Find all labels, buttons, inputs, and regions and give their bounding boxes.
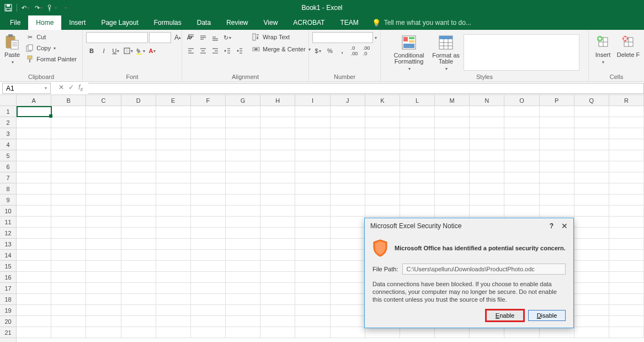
cell[interactable] — [331, 327, 365, 338]
cell[interactable] — [17, 139, 51, 150]
cell[interactable] — [121, 117, 156, 128]
undo-icon[interactable]: ↶▾ — [20, 3, 30, 13]
cell[interactable] — [260, 128, 295, 139]
cell[interactable] — [260, 327, 295, 338]
cell[interactable] — [609, 183, 644, 194]
touch-icon[interactable]: ▾ — [47, 3, 57, 13]
delete-button[interactable]: Delete F — [616, 32, 641, 58]
cell[interactable] — [260, 272, 295, 283]
cell[interactable] — [86, 217, 121, 228]
cell[interactable] — [260, 239, 295, 250]
column-header[interactable]: A — [17, 95, 51, 106]
cell[interactable] — [156, 128, 191, 139]
cell[interactable] — [121, 228, 156, 239]
format-painter-button[interactable]: Format Painter — [23, 54, 79, 64]
cell[interactable] — [574, 272, 609, 283]
increase-indent-icon[interactable] — [234, 45, 245, 56]
column-header[interactable]: Q — [574, 95, 609, 106]
cell[interactable] — [51, 106, 86, 117]
cell[interactable] — [260, 150, 295, 161]
cell[interactable] — [295, 283, 330, 294]
cell[interactable] — [365, 117, 400, 128]
cell[interactable] — [295, 272, 330, 283]
cell[interactable] — [51, 305, 86, 316]
cell[interactable] — [260, 183, 295, 194]
cell[interactable] — [295, 228, 330, 239]
cell[interactable] — [331, 150, 365, 161]
cell[interactable] — [260, 250, 295, 261]
cell[interactable] — [609, 316, 644, 327]
cell[interactable] — [574, 228, 609, 239]
cell[interactable] — [121, 206, 156, 217]
cell[interactable] — [226, 217, 260, 228]
name-box[interactable]: A1 ▾ — [2, 83, 51, 94]
cell[interactable] — [470, 327, 504, 338]
tab-formulas[interactable]: Formulas — [146, 15, 189, 30]
cell[interactable] — [17, 327, 51, 338]
cell[interactable] — [226, 272, 260, 283]
cell[interactable] — [156, 239, 191, 250]
cell[interactable] — [191, 305, 226, 316]
cell[interactable] — [331, 316, 365, 327]
cell[interactable] — [470, 117, 504, 128]
enter-icon[interactable]: ✓ — [68, 83, 74, 92]
cell[interactable] — [331, 117, 365, 128]
fx-icon[interactable]: fx — [78, 83, 83, 92]
row-header[interactable]: 19 — [0, 305, 16, 316]
tab-review[interactable]: Review — [219, 15, 256, 30]
cell[interactable] — [504, 117, 539, 128]
cell[interactable] — [331, 283, 365, 294]
cell[interactable] — [504, 183, 539, 194]
cell[interactable] — [226, 161, 260, 172]
cell[interactable] — [260, 261, 295, 272]
cell[interactable] — [504, 150, 539, 161]
cell[interactable] — [540, 327, 574, 338]
disable-button[interactable]: Disable — [528, 310, 566, 321]
cell[interactable] — [226, 228, 260, 239]
cell[interactable] — [540, 139, 574, 150]
cell[interactable] — [156, 250, 191, 261]
fill-color-button[interactable]: ▾ — [135, 45, 146, 56]
cell[interactable] — [260, 172, 295, 183]
align-center-icon[interactable] — [198, 45, 209, 56]
font-name-input[interactable] — [86, 32, 148, 43]
cell[interactable] — [86, 194, 121, 206]
cell[interactable] — [260, 161, 295, 172]
cell[interactable] — [121, 161, 156, 172]
cell[interactable] — [540, 128, 574, 139]
percent-button[interactable]: % — [324, 45, 336, 56]
column-header[interactable]: G — [226, 95, 260, 106]
cell[interactable] — [540, 206, 574, 217]
decrease-decimal-button[interactable]: .00.0 — [361, 45, 372, 56]
cell[interactable] — [400, 128, 435, 139]
cell[interactable] — [17, 261, 51, 272]
column-header[interactable]: R — [609, 95, 644, 106]
cell[interactable] — [470, 128, 504, 139]
font-size-input[interactable] — [149, 32, 171, 43]
cell[interactable] — [574, 183, 609, 194]
cell[interactable] — [540, 183, 574, 194]
cell[interactable] — [609, 106, 644, 117]
cell[interactable] — [574, 161, 609, 172]
cell[interactable] — [51, 117, 86, 128]
cell[interactable] — [17, 183, 51, 194]
cell[interactable] — [609, 294, 644, 305]
cell[interactable] — [295, 316, 330, 327]
cell[interactable] — [295, 117, 330, 128]
cell[interactable] — [51, 327, 86, 338]
cell[interactable] — [365, 139, 400, 150]
cell[interactable] — [574, 106, 609, 117]
cell[interactable] — [540, 117, 574, 128]
cell[interactable] — [295, 172, 330, 183]
align-top-icon[interactable] — [185, 32, 196, 43]
cell[interactable] — [17, 316, 51, 327]
cell[interactable] — [504, 206, 539, 217]
cell[interactable] — [51, 161, 86, 172]
row-header[interactable]: 14 — [0, 250, 16, 261]
cell[interactable] — [435, 150, 470, 161]
cell[interactable] — [574, 327, 609, 338]
cell[interactable] — [226, 106, 260, 117]
cell[interactable] — [400, 139, 435, 150]
column-header[interactable]: C — [86, 95, 121, 106]
cell[interactable] — [191, 150, 226, 161]
